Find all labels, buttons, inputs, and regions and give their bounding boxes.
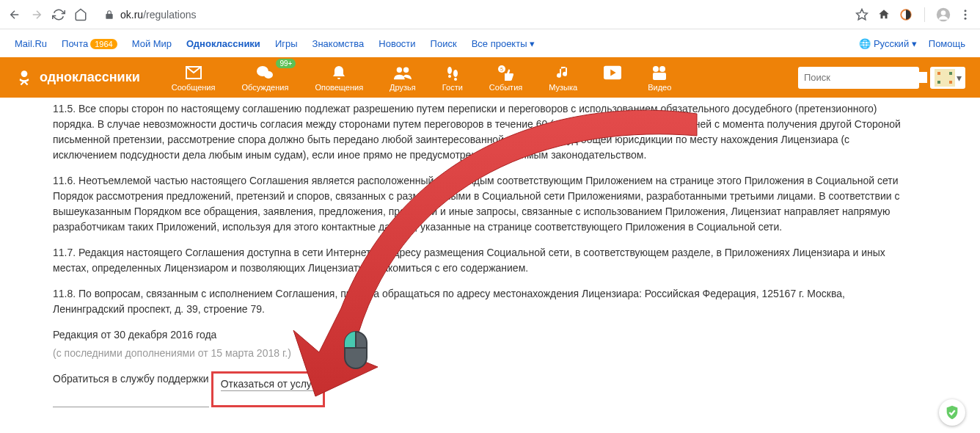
avatar-icon — [935, 69, 955, 87]
nav-friends[interactable]: Друзья — [376, 60, 429, 95]
nav-label: Музыка — [549, 83, 577, 92]
nav-discussions[interactable]: 99+ Обсуждения — [228, 60, 301, 95]
home-button[interactable] — [73, 7, 88, 22]
forward-button[interactable] — [29, 7, 44, 22]
nav-label: Друзья — [390, 83, 416, 92]
svg-point-4 — [965, 10, 967, 12]
nav-guests[interactable]: Гости — [429, 60, 476, 95]
svg-point-13 — [453, 70, 458, 77]
nav-label: Гости — [442, 83, 463, 92]
site-logo[interactable]: одноклассники — [15, 68, 140, 87]
envelope-icon — [185, 64, 202, 81]
language-selector[interactable]: 🌐 Русский ▾ — [859, 38, 917, 49]
svg-point-7 — [21, 70, 28, 77]
mail-count-badge: 1964 — [90, 39, 117, 49]
svg-rect-27 — [949, 81, 952, 84]
nav-events[interactable]: 5 События — [476, 60, 535, 95]
divider — [924, 7, 925, 22]
globe-icon: 🌐 — [859, 38, 871, 49]
svg-point-6 — [965, 17, 967, 19]
chat-bubbles-icon — [256, 64, 274, 81]
help-link[interactable]: Помощь — [929, 38, 965, 49]
refuse-services-link[interactable]: Отказаться от услуг — [221, 378, 315, 391]
portal-link-news[interactable]: Новости — [379, 38, 415, 49]
nav-label: Обсуждения — [241, 83, 288, 92]
bell-icon — [330, 64, 348, 81]
portal-link-moimir[interactable]: Мой Мир — [132, 38, 172, 49]
nav-label: События — [489, 83, 522, 92]
svg-rect-26 — [937, 81, 940, 84]
svg-text:5: 5 — [500, 67, 503, 72]
svg-point-20 — [659, 66, 665, 72]
main-nav-bar: одноклассники Сообщения 99+ Обсуждения О… — [0, 57, 980, 98]
portal-link-mailru[interactable]: Mail.Ru — [15, 38, 47, 49]
user-avatar-menu[interactable]: ▾ — [930, 67, 965, 89]
paragraph-11-7: 11.7. Редакция настоящего Соглашения дос… — [53, 245, 910, 276]
discussions-badge: 99+ — [276, 59, 296, 68]
svg-rect-23 — [935, 69, 955, 87]
svg-point-19 — [653, 66, 659, 72]
address-bar[interactable]: ok.ru/regulations — [95, 4, 847, 26]
chevron-down-icon: ▾ — [912, 38, 917, 49]
people-icon — [394, 64, 412, 81]
lock-icon — [104, 10, 114, 20]
svg-rect-24 — [937, 72, 940, 75]
revision-date: Редакция от 30 декабря 2016 года — [53, 327, 910, 343]
reload-button[interactable] — [51, 7, 66, 22]
menu-dots-icon[interactable] — [958, 7, 973, 22]
chevron-down-icon: ▾ — [530, 38, 535, 49]
portal-link-ok[interactable]: Одноклассники — [186, 38, 260, 49]
svg-point-12 — [447, 67, 452, 74]
browser-toolbar: ok.ru/regulations — [0, 0, 980, 29]
nav-music[interactable]: Музыка — [535, 60, 590, 95]
svg-point-11 — [403, 67, 409, 72]
extension-home-icon[interactable] — [877, 7, 891, 22]
svg-point-14 — [448, 75, 451, 78]
bookmark-star-icon[interactable] — [855, 7, 869, 22]
regulations-content: 11.5. Все споры сторон по настоящему сог… — [0, 98, 954, 422]
logo-text: одноклассники — [40, 70, 140, 85]
search-box[interactable] — [798, 67, 919, 89]
play-button-icon — [604, 64, 621, 81]
shield-check-icon — [944, 404, 960, 421]
video-camera-icon — [651, 64, 668, 81]
highlight-box: Отказаться от услуг — [211, 371, 325, 407]
portal-link-search[interactable]: Поиск — [431, 38, 457, 49]
nav-video[interactable]: Видео — [635, 60, 684, 95]
svg-point-5 — [965, 13, 967, 15]
svg-point-3 — [941, 10, 946, 15]
back-button[interactable] — [7, 7, 22, 22]
footer-links: Обратиться в службу поддержки Отказаться… — [53, 371, 910, 407]
nav-video-play[interactable] — [590, 60, 635, 95]
security-shield-badge[interactable] — [939, 399, 965, 426]
nav-notifications[interactable]: Оповещения — [301, 60, 376, 95]
portal-bar: Mail.Ru Почта1964 Мой Мир Одноклассники … — [0, 29, 980, 57]
nav-messages[interactable]: Сообщения — [158, 60, 229, 95]
svg-marker-0 — [857, 9, 868, 19]
paragraph-11-8: 11.8. По вопросам, связанным с исполнени… — [53, 286, 910, 317]
profile-avatar-icon[interactable] — [936, 7, 951, 22]
footprints-icon — [444, 64, 461, 81]
portal-link-dating[interactable]: Знакомства — [312, 38, 365, 49]
thumbs-up-icon: 5 — [497, 64, 515, 81]
annotation-mouse-icon — [341, 330, 370, 371]
svg-point-15 — [454, 78, 457, 81]
nav-label: Оповещения — [315, 83, 363, 92]
svg-rect-21 — [653, 73, 666, 80]
ok-logo-icon — [15, 68, 34, 87]
url-text: ok.ru/regulations — [120, 9, 197, 21]
support-link[interactable]: Обратиться в службу поддержки — [53, 371, 209, 407]
search-input[interactable] — [804, 72, 927, 83]
svg-point-10 — [397, 67, 402, 72]
supplement-date: (с последними дополнениями от 15 марта 2… — [53, 346, 910, 361]
extension-icon[interactable] — [899, 7, 913, 22]
music-notes-icon — [555, 64, 572, 81]
nav-label: Сообщения — [172, 83, 216, 92]
nav-label: Видео — [648, 83, 671, 92]
portal-link-mail[interactable]: Почта1964 — [62, 38, 117, 49]
portal-link-projects[interactable]: Все проекты ▾ — [472, 38, 535, 49]
portal-link-games[interactable]: Игры — [275, 38, 298, 49]
svg-point-9 — [264, 71, 273, 79]
paragraph-11-6: 11.6. Неотъемлемой частью настоящего Сог… — [53, 173, 910, 235]
chevron-down-icon: ▾ — [957, 72, 962, 84]
